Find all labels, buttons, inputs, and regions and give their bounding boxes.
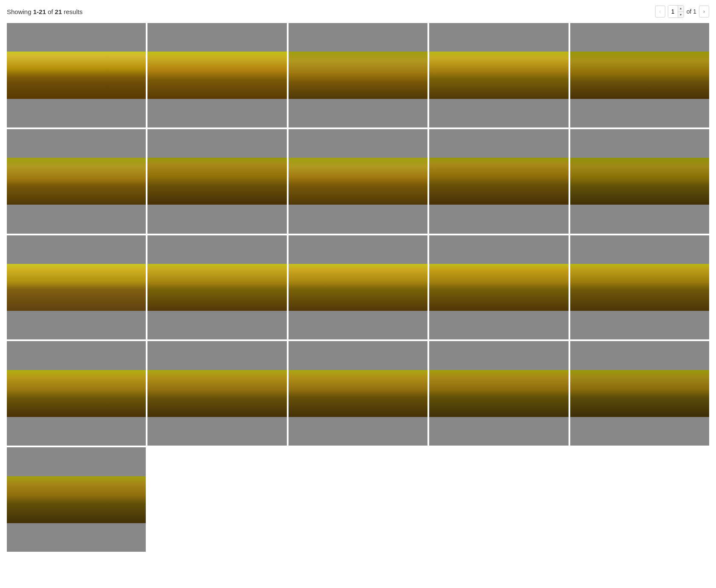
- results-summary: Showing 1-21 of 21 results: [7, 8, 83, 15]
- next-page-button[interactable]: ›: [699, 6, 709, 17]
- thumbnail-11[interactable]: [7, 235, 146, 340]
- thumbnail-2[interactable]: [147, 23, 286, 127]
- page-header: Showing 1-21 of 21 results ‹ ▲ ▼ of 1 ›: [7, 5, 709, 18]
- thumbnail-13[interactable]: [289, 235, 427, 340]
- thumbnail-4[interactable]: [429, 23, 568, 127]
- of-total-label: of 1: [687, 8, 696, 15]
- results-total: 21: [55, 8, 62, 15]
- thumbnail-6[interactable]: [7, 129, 146, 234]
- image-grid: [7, 23, 709, 552]
- thumbnail-1[interactable]: [7, 23, 146, 127]
- page-input-wrap: ▲ ▼: [668, 5, 684, 18]
- thumbnail-20[interactable]: [570, 341, 709, 446]
- results-range: 1-21: [33, 8, 46, 15]
- thumbnail-17[interactable]: [147, 341, 286, 446]
- thumbnail-7[interactable]: [147, 129, 286, 234]
- thumbnail-16[interactable]: [7, 341, 146, 446]
- page-spinner: ▲ ▼: [678, 6, 684, 17]
- thumbnail-8[interactable]: [289, 129, 427, 234]
- thumbnail-14[interactable]: [429, 235, 568, 340]
- pagination-controls: ‹ ▲ ▼ of 1 ›: [655, 5, 709, 18]
- thumbnail-5[interactable]: [570, 23, 709, 127]
- thumbnail-21[interactable]: [7, 447, 146, 552]
- thumbnail-19[interactable]: [429, 341, 568, 446]
- thumbnail-3[interactable]: [289, 23, 427, 127]
- thumbnail-9[interactable]: [429, 129, 568, 234]
- prev-page-button[interactable]: ‹: [655, 6, 665, 17]
- page-decrement-button[interactable]: ▼: [678, 12, 684, 18]
- thumbnail-15[interactable]: [570, 235, 709, 340]
- page-increment-button[interactable]: ▲: [678, 6, 684, 12]
- thumbnail-18[interactable]: [289, 341, 427, 446]
- thumbnail-12[interactable]: [147, 235, 286, 340]
- thumbnail-10[interactable]: [570, 129, 709, 234]
